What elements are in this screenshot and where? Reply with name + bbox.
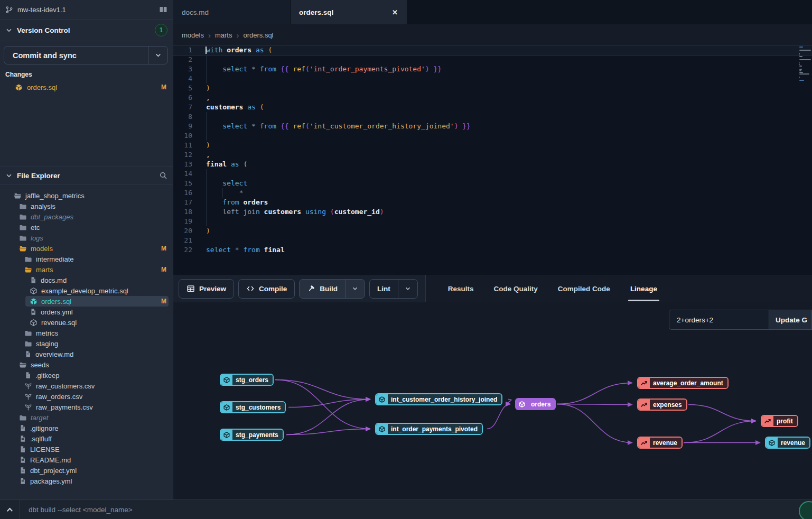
lineage-node-stg_orders[interactable]: stg_orders [220, 374, 274, 386]
model-cube-icon [221, 430, 232, 440]
tree-item-staging[interactable]: staging [0, 338, 173, 349]
lineage-node-int_customer_order_history_joined[interactable]: int_customer_order_history_joined [375, 393, 502, 405]
lineage-node-int_order_payments_pivoted[interactable]: int_order_payments_pivoted [375, 423, 483, 435]
minimap[interactable] [799, 47, 811, 81]
update-graph-button[interactable]: Update G [769, 310, 812, 330]
lineage-node-expenses[interactable]: expenses [637, 398, 687, 411]
lint-dropdown-button[interactable] [398, 280, 417, 298]
tree-item-license[interactable]: LICENSE [0, 444, 173, 455]
tree-item-metrics[interactable]: metrics [0, 328, 173, 338]
file-icon [30, 276, 37, 284]
version-control-header[interactable]: Version Control 1 [0, 20, 173, 41]
tree-item-dbt-project-yml[interactable]: dbt_project.yml [0, 465, 173, 476]
breadcrumb-item[interactable]: orders.sql [243, 31, 273, 39]
tree-item-label: marts [36, 266, 157, 274]
tree-item-label: dbt_packages [31, 213, 166, 221]
code-line-17: 17 from orders [173, 198, 812, 207]
changed-file-row[interactable]: orders.sql M [0, 80, 173, 94]
tree-item-packages-yml[interactable]: packages.yml [0, 476, 173, 486]
minimap-line [799, 70, 801, 71]
tree-item-etc[interactable]: etc [0, 222, 173, 233]
build-button[interactable]: Build [300, 280, 345, 298]
tree-item-logs[interactable]: logs [0, 233, 173, 243]
tree-item-orders-sql[interactable]: orders.sqlM [0, 296, 173, 307]
tree-item-analysis[interactable]: analysis [0, 201, 173, 211]
build-button-group: Build [299, 279, 365, 299]
tree-item-orders-yml[interactable]: orders.yml [0, 307, 173, 317]
chevron-up-icon[interactable] [0, 500, 20, 519]
tab-lineage[interactable]: Lineage [623, 275, 665, 302]
command-bar [0, 499, 812, 519]
seed-icon [24, 393, 32, 401]
tab-orders-sql[interactable]: orders.sql✕ [291, 0, 408, 24]
tree-item--sqlfluff[interactable]: .sqlfluff [0, 433, 173, 444]
tree-item-overview-md[interactable]: overview.md [0, 349, 173, 359]
build-dropdown-button[interactable] [345, 280, 365, 298]
tree-item-revenue-sql[interactable]: revenue.sql [0, 317, 173, 328]
compile-button[interactable]: Compile [239, 280, 294, 298]
line-number: 9 [173, 122, 192, 131]
tree-item-docs-md[interactable]: docs.md [0, 275, 173, 285]
tree-item-dbt-packages[interactable]: dbt_packages [0, 211, 173, 222]
node-label: stg_orders [232, 375, 273, 385]
line-number: 6 [173, 93, 192, 103]
lint-button[interactable]: Lint [370, 280, 398, 298]
tree-item-intermediate[interactable]: intermediate [0, 254, 173, 264]
lineage-selector-input[interactable] [669, 310, 769, 330]
lineage-node-revenue_model[interactable]: revenue [765, 437, 810, 449]
lineage-node-revenue[interactable]: revenue [637, 437, 683, 449]
line-number: 17 [173, 198, 192, 207]
tree-item-marts[interactable]: martsM [0, 264, 173, 275]
main-area: docs.mdorders.sql✕ models›marts›orders.s… [173, 0, 812, 499]
line-number: 13 [173, 160, 192, 169]
file-icon [24, 350, 32, 358]
file-icon [19, 435, 26, 442]
button-label: Compile [259, 285, 287, 293]
tree-item-models[interactable]: modelsM [0, 243, 173, 254]
line-number: 14 [173, 169, 192, 179]
close-icon[interactable]: ✕ [390, 7, 400, 17]
lineage-edge-stg_orders-to-int_customer_order_history_joined [275, 380, 370, 400]
tree-item-raw-orders-csv[interactable]: raw_orders.csv [0, 391, 173, 402]
commit-and-sync-button[interactable]: Commit and sync [4, 47, 148, 64]
search-icon[interactable] [159, 171, 167, 180]
tab-results[interactable]: Results [441, 275, 481, 302]
indent-guide [206, 217, 207, 226]
tree-item-example-develop-metric-sql[interactable]: example_develop_metric.sql [0, 285, 173, 296]
tree-item--gitignore[interactable]: .gitignore [0, 423, 173, 433]
code-line-5: 5 ) [173, 84, 812, 93]
preview-button[interactable]: Preview [179, 280, 234, 298]
tab-code-quality[interactable]: Code Quality [487, 275, 545, 302]
lineage-node-orders[interactable]: orders [515, 398, 556, 410]
dbt-command-input[interactable] [20, 500, 812, 519]
tree-item-raw-customers-csv[interactable]: raw_customers.csv [0, 381, 173, 391]
lineage-node-average_order_amount[interactable]: average_order_amount [637, 377, 729, 389]
tree-item-raw-payments-csv[interactable]: raw_payments.csv [0, 402, 173, 412]
tab-compiled-code[interactable]: Compiled Code [550, 275, 618, 302]
code-line-21: 21 [173, 236, 812, 245]
tree-item-jaffle-shop-metrics[interactable]: jaffle_shop_metrics [0, 190, 173, 201]
code-line-14: 14 [173, 169, 812, 179]
tree-item-target[interactable]: target [0, 412, 173, 423]
breadcrumb-item[interactable]: models [182, 31, 204, 39]
tree-item-label: dbt_project.yml [30, 467, 166, 475]
lineage-node-stg_customers[interactable]: stg_customers [220, 401, 286, 413]
commit-options-button[interactable] [148, 47, 167, 64]
code-editor[interactable]: 1 with orders as (2 3 select * from {{ r… [173, 45, 812, 275]
tree-item-seeds[interactable]: seeds [0, 359, 173, 370]
tree-item-readme-md[interactable]: README.md [0, 455, 173, 465]
lineage-node-profit[interactable]: profit [761, 415, 798, 427]
branch-name[interactable]: mw-test-idev1.1 [17, 6, 155, 14]
tab-docs-md[interactable]: docs.md [173, 0, 291, 24]
indent-guide [206, 131, 207, 141]
editor-tabbar: docs.mdorders.sql✕ [173, 0, 812, 24]
lineage-node-stg_payments[interactable]: stg_payments [220, 429, 284, 441]
folder-open-accent-icon [24, 266, 32, 274]
file-explorer-header[interactable]: File Explorer [0, 166, 173, 185]
lineage-panel: Update G stg_orders stg_customers stg_pa… [173, 302, 812, 499]
model-cube-icon [221, 375, 232, 385]
model-icon [30, 319, 38, 327]
layout-columns-icon[interactable] [159, 5, 167, 14]
breadcrumb-item[interactable]: marts [215, 31, 232, 39]
tree-item--gitkeep[interactable]: .gitkeep [0, 370, 173, 381]
